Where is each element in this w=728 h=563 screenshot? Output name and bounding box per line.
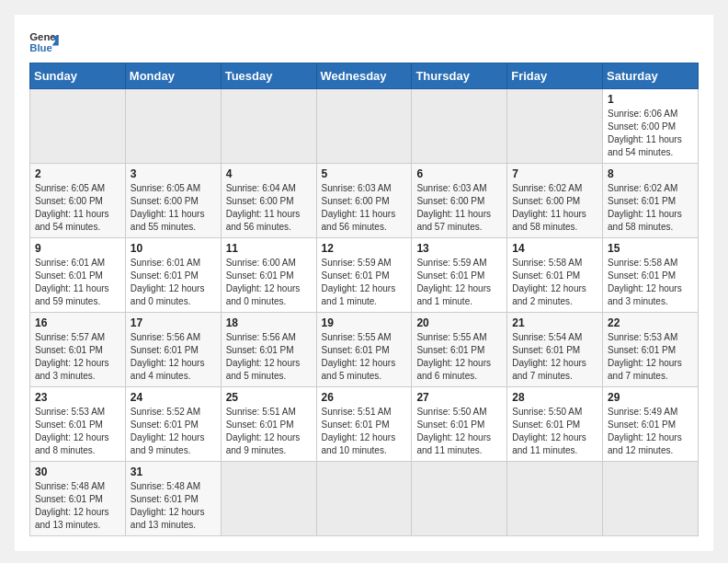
day-info: Sunrise: 6:02 AM Sunset: 6:01 PM Dayligh… — [608, 182, 693, 234]
calendar-cell — [316, 462, 412, 536]
day-number: 11 — [226, 242, 312, 255]
day-info: Sunrise: 6:03 AM Sunset: 6:00 PM Dayligh… — [416, 182, 502, 234]
day-number: 4 — [226, 167, 312, 180]
day-info: Sunrise: 5:49 AM Sunset: 6:01 PM Dayligh… — [608, 406, 693, 457]
calendar-cell: 1Sunrise: 6:06 AM Sunset: 6:00 PM Daylig… — [603, 89, 699, 164]
day-info: Sunrise: 5:51 AM Sunset: 6:01 PM Dayligh… — [226, 406, 312, 457]
weekday-saturday: Saturday — [603, 63, 699, 89]
calendar-cell: 29Sunrise: 5:49 AM Sunset: 6:01 PM Dayli… — [603, 387, 699, 462]
day-info: Sunrise: 6:04 AM Sunset: 6:00 PM Dayligh… — [226, 182, 312, 234]
day-info: Sunrise: 5:52 AM Sunset: 6:01 PM Dayligh… — [131, 406, 216, 457]
day-number: 8 — [608, 167, 693, 180]
calendar-cell: 28Sunrise: 5:50 AM Sunset: 6:01 PM Dayli… — [507, 387, 603, 462]
calendar-cell: 11Sunrise: 6:00 AM Sunset: 6:01 PM Dayli… — [221, 238, 316, 313]
day-number: 29 — [608, 391, 693, 404]
day-info: Sunrise: 5:53 AM Sunset: 6:01 PM Dayligh… — [35, 406, 120, 457]
day-number: 16 — [35, 316, 120, 329]
day-info: Sunrise: 5:55 AM Sunset: 6:01 PM Dayligh… — [416, 331, 502, 383]
calendar-cell: 19Sunrise: 5:55 AM Sunset: 6:01 PM Dayli… — [316, 313, 412, 387]
calendar-cell — [412, 89, 507, 164]
calendar-cell — [412, 462, 507, 536]
day-number: 22 — [608, 316, 693, 329]
day-info: Sunrise: 5:50 AM Sunset: 6:01 PM Dayligh… — [512, 406, 597, 457]
weekday-tuesday: Tuesday — [221, 63, 316, 89]
day-info: Sunrise: 6:02 AM Sunset: 6:00 PM Dayligh… — [512, 182, 597, 234]
calendar-cell: 12Sunrise: 5:59 AM Sunset: 6:01 PM Dayli… — [316, 238, 412, 313]
day-number: 15 — [608, 242, 693, 255]
day-info: Sunrise: 5:55 AM Sunset: 6:01 PM Dayligh… — [322, 331, 407, 383]
calendar-cell: 4Sunrise: 6:04 AM Sunset: 6:00 PM Daylig… — [221, 164, 316, 238]
day-info: Sunrise: 5:58 AM Sunset: 6:01 PM Dayligh… — [512, 257, 597, 308]
calendar-cell: 18Sunrise: 5:56 AM Sunset: 6:01 PM Dayli… — [221, 313, 316, 387]
day-number: 10 — [131, 242, 216, 255]
weekday-wednesday: Wednesday — [316, 63, 412, 89]
calendar-cell: 2Sunrise: 6:05 AM Sunset: 6:00 PM Daylig… — [30, 164, 126, 238]
calendar-cell: 22Sunrise: 5:53 AM Sunset: 6:01 PM Dayli… — [603, 313, 699, 387]
day-number: 1 — [608, 93, 693, 106]
calendar-cell: 10Sunrise: 6:01 AM Sunset: 6:01 PM Dayli… — [125, 238, 221, 313]
calendar-cell: 13Sunrise: 5:59 AM Sunset: 6:01 PM Dayli… — [412, 238, 507, 313]
day-info: Sunrise: 5:50 AM Sunset: 6:01 PM Dayligh… — [416, 406, 502, 457]
day-number: 20 — [416, 316, 502, 329]
calendar-cell: 21Sunrise: 5:54 AM Sunset: 6:01 PM Dayli… — [507, 313, 603, 387]
day-info: Sunrise: 5:57 AM Sunset: 6:01 PM Dayligh… — [35, 331, 120, 383]
svg-text:Blue: Blue — [29, 42, 52, 53]
calendar-cell: 6Sunrise: 6:03 AM Sunset: 6:00 PM Daylig… — [412, 164, 507, 238]
day-number: 26 — [322, 391, 407, 404]
day-info: Sunrise: 6:01 AM Sunset: 6:01 PM Dayligh… — [131, 257, 216, 308]
calendar-cell: 30Sunrise: 5:48 AM Sunset: 6:01 PM Dayli… — [30, 462, 126, 536]
day-info: Sunrise: 5:59 AM Sunset: 6:01 PM Dayligh… — [416, 257, 502, 308]
calendar-table: SundayMondayTuesdayWednesdayThursdayFrid… — [29, 63, 699, 536]
day-info: Sunrise: 6:06 AM Sunset: 6:00 PM Dayligh… — [608, 108, 693, 159]
weekday-friday: Friday — [507, 63, 603, 89]
calendar-week-4: 16Sunrise: 5:57 AM Sunset: 6:01 PM Dayli… — [30, 313, 699, 387]
calendar-cell: 31Sunrise: 5:48 AM Sunset: 6:01 PM Dayli… — [125, 462, 221, 536]
day-number: 28 — [512, 391, 597, 404]
day-info: Sunrise: 5:48 AM Sunset: 6:01 PM Dayligh… — [35, 480, 120, 532]
calendar-cell: 17Sunrise: 5:56 AM Sunset: 6:01 PM Dayli… — [125, 313, 221, 387]
calendar-week-2: 2Sunrise: 6:05 AM Sunset: 6:00 PM Daylig… — [30, 164, 699, 238]
weekday-monday: Monday — [125, 63, 221, 89]
day-number: 9 — [35, 242, 120, 255]
calendar-week-3: 9Sunrise: 6:01 AM Sunset: 6:01 PM Daylig… — [30, 238, 699, 313]
day-info: Sunrise: 5:48 AM Sunset: 6:01 PM Dayligh… — [131, 480, 216, 532]
day-number: 23 — [35, 391, 120, 404]
day-info: Sunrise: 5:56 AM Sunset: 6:01 PM Dayligh… — [131, 331, 216, 383]
day-number: 25 — [226, 391, 312, 404]
calendar-cell — [221, 462, 316, 536]
calendar-cell: 25Sunrise: 5:51 AM Sunset: 6:01 PM Dayli… — [221, 387, 316, 462]
logo: General Blue — [29, 29, 59, 55]
day-info: Sunrise: 6:03 AM Sunset: 6:00 PM Dayligh… — [322, 182, 407, 234]
calendar-cell: 5Sunrise: 6:03 AM Sunset: 6:00 PM Daylig… — [316, 164, 412, 238]
day-number: 12 — [322, 242, 407, 255]
day-info: Sunrise: 5:53 AM Sunset: 6:01 PM Dayligh… — [608, 331, 693, 383]
day-number: 24 — [131, 391, 216, 404]
day-number: 18 — [226, 316, 312, 329]
calendar-cell — [603, 462, 699, 536]
calendar-cell: 26Sunrise: 5:51 AM Sunset: 6:01 PM Dayli… — [316, 387, 412, 462]
day-info: Sunrise: 5:54 AM Sunset: 6:01 PM Dayligh… — [512, 331, 597, 383]
calendar-cell: 27Sunrise: 5:50 AM Sunset: 6:01 PM Dayli… — [412, 387, 507, 462]
calendar-cell: 24Sunrise: 5:52 AM Sunset: 6:01 PM Dayli… — [125, 387, 221, 462]
day-number: 13 — [416, 242, 502, 255]
weekday-sunday: Sunday — [30, 63, 126, 89]
calendar-week-5: 23Sunrise: 5:53 AM Sunset: 6:01 PM Dayli… — [30, 387, 699, 462]
day-number: 6 — [416, 167, 502, 180]
calendar-cell: 3Sunrise: 6:05 AM Sunset: 6:00 PM Daylig… — [125, 164, 221, 238]
day-info: Sunrise: 6:00 AM Sunset: 6:01 PM Dayligh… — [226, 257, 312, 308]
calendar-cell — [221, 89, 316, 164]
day-number: 3 — [131, 167, 216, 180]
calendar-week-6: 30Sunrise: 5:48 AM Sunset: 6:01 PM Dayli… — [30, 462, 699, 536]
day-number: 7 — [512, 167, 597, 180]
calendar-week-1: 1Sunrise: 6:06 AM Sunset: 6:00 PM Daylig… — [30, 89, 699, 164]
day-number: 21 — [512, 316, 597, 329]
day-info: Sunrise: 5:56 AM Sunset: 6:01 PM Dayligh… — [226, 331, 312, 383]
logo-icon: General Blue — [29, 29, 59, 55]
day-info: Sunrise: 6:05 AM Sunset: 6:00 PM Dayligh… — [35, 182, 120, 234]
weekday-header-row: SundayMondayTuesdayWednesdayThursdayFrid… — [30, 63, 699, 89]
day-info: Sunrise: 5:59 AM Sunset: 6:01 PM Dayligh… — [322, 257, 407, 308]
calendar-cell: 8Sunrise: 6:02 AM Sunset: 6:01 PM Daylig… — [603, 164, 699, 238]
day-info: Sunrise: 5:58 AM Sunset: 6:01 PM Dayligh… — [608, 257, 693, 308]
calendar-cell — [316, 89, 412, 164]
calendar-cell: 16Sunrise: 5:57 AM Sunset: 6:01 PM Dayli… — [30, 313, 126, 387]
